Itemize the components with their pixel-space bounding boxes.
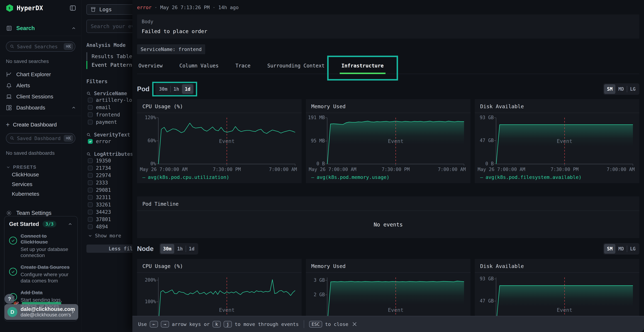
- pod-size-sm[interactable]: SM: [604, 84, 616, 94]
- saved-dashboards-placeholder: Saved Dashboards: [17, 136, 61, 141]
- source-select-button[interactable]: Logs: [86, 4, 132, 15]
- analysis-mode-results-table[interactable]: Results Table: [86, 52, 132, 61]
- footer-text: arrow keys or: [172, 322, 210, 327]
- analysis-mode-event-patterns[interactable]: Event Patterns: [86, 61, 132, 69]
- tab-trace[interactable]: Trace: [236, 62, 250, 70]
- user-account-chip[interactable]: D dale@clickhouse.com dale@clickhouse.co…: [4, 304, 78, 320]
- node-range-1h[interactable]: 1h: [174, 244, 186, 254]
- filter-option-payment[interactable]: payment: [88, 118, 132, 126]
- drawer-body: error · May 26 7:13:26 PM · 14h ago Body…: [132, 0, 644, 316]
- filter-option-19350[interactable]: 19350: [88, 157, 132, 164]
- get-started-step[interactable]: Create Data SourcesConfigure where your …: [9, 264, 73, 284]
- events-search-input[interactable]: Search your ev: [86, 20, 132, 33]
- saved-searches-input[interactable]: Saved Searches ⌘K: [6, 41, 75, 52]
- checkbox[interactable]: [88, 158, 93, 163]
- x-axis-tick-label: May 26 7:00:00 AM: [309, 167, 356, 172]
- checkbox[interactable]: [88, 112, 93, 117]
- saved-dashboards-input[interactable]: Saved Dashboards ⌘K: [6, 133, 75, 144]
- checkbox[interactable]: [88, 202, 93, 207]
- checkbox[interactable]: [88, 224, 93, 229]
- filter-option-frontend[interactable]: frontend: [88, 111, 132, 118]
- y-axis-tick-mark: [494, 164, 496, 164]
- check-circle-icon: [9, 268, 17, 276]
- filter-option-33261[interactable]: 33261: [88, 201, 132, 208]
- checkbox[interactable]: [88, 188, 93, 192]
- presets-toggle[interactable]: PRESETS: [6, 164, 75, 170]
- sidebar-item-alerts[interactable]: Alerts: [0, 80, 81, 91]
- checkbox[interactable]: [88, 98, 93, 102]
- checkbox[interactable]: [88, 210, 93, 214]
- node-range-30m[interactable]: 30m: [160, 244, 174, 254]
- sidebar-item-kubernetes[interactable]: Kubernetes: [0, 189, 81, 199]
- filter-option-29081[interactable]: 29081: [88, 186, 132, 194]
- check-icon: [88, 140, 92, 143]
- search-section-icon: [6, 25, 12, 32]
- sidebar-item-dashboards[interactable]: Dashboards: [0, 102, 81, 113]
- get-started-step[interactable]: Connect to ClickHouseSet up your databas…: [9, 233, 73, 258]
- legend-series-name: avg(k8s.pod.memory.usage): [317, 174, 389, 180]
- sidebar-item-client-sessions[interactable]: Client Sessions: [0, 91, 81, 102]
- pod-size-lg[interactable]: LG: [627, 84, 638, 94]
- filter-option-4894[interactable]: 4894: [88, 223, 132, 230]
- sidebar-item-search[interactable]: Search: [6, 25, 76, 32]
- filter-option-artillery-loa[interactable]: artillery-loa: [88, 96, 132, 104]
- node-section-title: Node: [137, 245, 154, 252]
- help-button[interactable]: ?: [4, 294, 14, 304]
- sidebar-collapse-icon[interactable]: [70, 5, 76, 12]
- tab-surrounding-context[interactable]: Surrounding Context: [267, 62, 324, 70]
- node-size-md[interactable]: MD: [616, 244, 627, 254]
- event-marker-label: Event: [557, 138, 572, 144]
- chart-plot: 93 GB47 GB0 BEventMay 26 7:00:00 AM7:30:…: [496, 118, 633, 164]
- filter-option-32311[interactable]: 32311: [88, 194, 132, 201]
- brand-name: HyperDX: [17, 4, 43, 12]
- filter-option-2333[interactable]: 2333: [88, 179, 132, 186]
- tab-infrastructure[interactable]: Infrastructure: [342, 62, 384, 70]
- filter-option-37801[interactable]: 37801: [88, 216, 132, 223]
- sidebar-item-team-settings[interactable]: Team Settings: [6, 210, 75, 216]
- checkbox[interactable]: [88, 217, 93, 222]
- tab-label: Infrastructure: [342, 63, 384, 69]
- team-settings-label: Team Settings: [16, 210, 51, 216]
- sidebar-item-services[interactable]: Services: [0, 180, 81, 189]
- tab-overview[interactable]: Overview: [138, 62, 162, 70]
- less-filters-button[interactable]: Less fil: [86, 244, 132, 253]
- create-dashboard-button[interactable]: + Create Dashboard: [6, 122, 75, 128]
- get-started-header[interactable]: Get Started 3/3: [9, 221, 73, 227]
- sidebar-item-clickhouse[interactable]: ClickHouse: [0, 170, 81, 180]
- filter-option-label: artillery-loa: [96, 97, 132, 103]
- filter-option-error[interactable]: error: [88, 138, 132, 145]
- pod-range-1h[interactable]: 1h: [171, 84, 182, 94]
- tab-column-values[interactable]: Column Values: [180, 62, 218, 70]
- checkbox[interactable]: [88, 166, 93, 170]
- step-title: Create Data Sources: [20, 264, 73, 270]
- filter-option-34423[interactable]: 34423: [88, 208, 132, 216]
- x-axis-tick-label: 7:00:00 AM: [606, 167, 635, 172]
- service-name-tag[interactable]: ServiceName: frontend: [137, 44, 205, 54]
- node-range-1d[interactable]: 1d: [186, 244, 197, 254]
- close-icon[interactable]: [351, 321, 358, 328]
- checkbox[interactable]: [88, 120, 93, 124]
- checkbox[interactable]: [88, 173, 93, 178]
- checkbox[interactable]: [88, 180, 93, 185]
- checkbox-checked[interactable]: [88, 139, 93, 144]
- pod-timeline-empty: No events: [137, 211, 639, 238]
- pod-size-md[interactable]: MD: [616, 84, 627, 94]
- node-size-sm[interactable]: SM: [604, 244, 616, 254]
- filter-option-21734[interactable]: 21734: [88, 164, 132, 172]
- brand-row: HyperDX: [6, 4, 76, 12]
- node-size-lg[interactable]: LG: [627, 244, 638, 254]
- sidebar-item-chart-explorer[interactable]: Chart Explorer: [0, 69, 81, 80]
- y-axis-tick-mark: [156, 118, 158, 118]
- x-axis-tick-label: 7:30:00 PM: [213, 167, 241, 172]
- checkbox[interactable]: [88, 105, 93, 110]
- filter-option-email[interactable]: email: [88, 104, 132, 111]
- filter-option-label: 4894: [96, 224, 108, 230]
- pod-range-1d[interactable]: 1d: [182, 84, 193, 94]
- checkbox[interactable]: [88, 195, 93, 200]
- pod-range-30m[interactable]: 30m: [156, 84, 170, 94]
- no-saved-searches-text: No saved searches: [6, 58, 75, 64]
- active-tab-underline: [340, 72, 386, 74]
- filter-option-22974[interactable]: 22974: [88, 172, 132, 179]
- sidebar: HyperDX Search Saved Searches ⌘K: [0, 0, 82, 332]
- show-more-button[interactable]: Show more: [88, 233, 132, 238]
